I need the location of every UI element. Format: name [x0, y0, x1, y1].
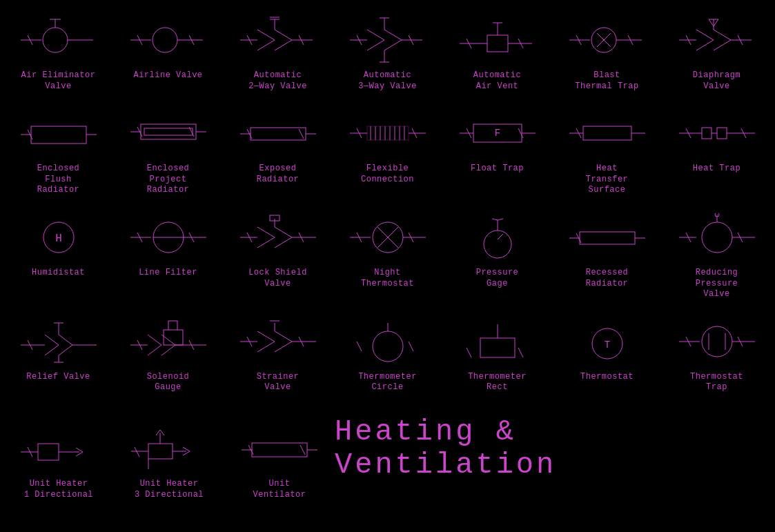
- svg-line-174: [275, 342, 292, 352]
- svg-line-208: [156, 430, 160, 435]
- title-area: Heating & Ventilation: [335, 415, 772, 482]
- symbol-thermostat: T Thermostat: [552, 308, 662, 402]
- svg-rect-184: [480, 338, 515, 357]
- symbol-automatic-3way-valve: Automatic3—Way Valve: [333, 7, 442, 100]
- symbol-grid: Air Eliminator Valve Airline Valve: [0, 0, 775, 408]
- svg-line-72: [299, 129, 304, 139]
- symbol-automatic-air-vent: AutomaticAir Vent: [442, 7, 552, 100]
- symbol-flexible-connection: FlexibleConnection: [333, 100, 442, 204]
- symbol-enclosed-project-radiator: EnclosedProjectRadiator: [113, 100, 223, 204]
- symbol-strainer-valve: StrainerValve: [223, 308, 333, 402]
- svg-line-149: [45, 345, 59, 355]
- svg-line-24: [367, 40, 384, 50]
- svg-line-50: [696, 40, 714, 50]
- symbol-thermometer-circle: ThermometerCircle: [333, 308, 442, 402]
- svg-point-191: [702, 326, 732, 357]
- svg-point-141: [702, 222, 732, 253]
- svg-line-12: [257, 30, 275, 40]
- svg-point-130: [484, 230, 511, 258]
- symbol-relief-valve: Relief Valve: [3, 308, 113, 402]
- svg-line-183: [409, 342, 413, 351]
- symbol-float-trap: F Float Trap: [442, 100, 552, 204]
- symbol-recessed-radiator: RecessedRadiator: [552, 204, 662, 308]
- symbol-reducing-pressure-valve: ReducingPressureValve: [662, 204, 772, 308]
- svg-rect-213: [252, 443, 307, 457]
- symbol-line-filter: Line Filter: [113, 204, 223, 308]
- symbol-unit-heater-1: Unit Heater1 Directional: [3, 415, 114, 509]
- symbol-blast-thermal-trap: BlastThermal Trap: [552, 7, 662, 100]
- svg-text:T: T: [604, 339, 609, 351]
- svg-point-180: [373, 331, 403, 362]
- symbol-solenoid-gauge: SolenoidGauge: [113, 308, 223, 402]
- svg-line-135: [498, 234, 503, 239]
- svg-text:H: H: [55, 233, 62, 245]
- svg-line-209: [160, 430, 164, 435]
- svg-line-117: [275, 237, 292, 248]
- symbol-thermostat-trap: ThermostatTrap: [662, 308, 772, 402]
- symbol-diaphragm-valve: DiaphragmValve: [662, 7, 772, 100]
- svg-line-171: [257, 331, 275, 342]
- svg-point-7: [153, 28, 177, 52]
- svg-line-217: [300, 445, 305, 455]
- svg-rect-203: [148, 444, 173, 459]
- svg-line-205: [183, 447, 190, 451]
- svg-line-13: [257, 40, 275, 50]
- svg-line-133: [492, 219, 498, 220]
- svg-line-148: [45, 335, 59, 345]
- svg-line-25: [384, 30, 402, 40]
- symbol-exposed-radiator: ExposedRadiator: [223, 100, 333, 204]
- svg-line-151: [59, 345, 72, 355]
- svg-text:F: F: [494, 128, 500, 139]
- svg-line-162: [161, 345, 175, 355]
- svg-line-211: [135, 447, 139, 457]
- svg-rect-197: [38, 444, 59, 460]
- symbol-thermometer-rect: ThermometerRect: [442, 308, 552, 402]
- svg-line-160: [148, 345, 161, 355]
- svg-rect-68: [251, 128, 306, 140]
- svg-rect-74: [367, 126, 409, 140]
- bottom-grid: Unit Heater1 Directional Unit Hea: [3, 415, 335, 509]
- symbol-humidistat: H Humidistat: [3, 204, 113, 308]
- svg-line-173: [275, 331, 292, 342]
- symbol-lock-shield-valve: Lock ShieldValve: [223, 204, 333, 308]
- svg-line-26: [384, 40, 402, 50]
- svg-line-49: [696, 30, 714, 40]
- svg-line-15: [275, 40, 292, 50]
- svg-line-51: [714, 30, 731, 40]
- svg-rect-93: [583, 126, 631, 140]
- svg-line-114: [257, 227, 275, 237]
- svg-line-14: [275, 30, 292, 40]
- symbol-pressure-gage: PressureGage: [442, 204, 552, 308]
- symbol-air-eliminator-valve: Air Eliminator Valve: [3, 7, 113, 100]
- svg-line-115: [257, 237, 275, 248]
- svg-point-1: [43, 28, 68, 52]
- svg-line-200: [76, 452, 83, 456]
- svg-line-23: [367, 30, 384, 40]
- symbol-unit-ventilator: UnitVentilator: [224, 415, 335, 509]
- symbol-automatic-2way-valve: Automatic2—Way Valve: [223, 7, 333, 100]
- symbol-night-thermostat: NightThermostat: [333, 204, 442, 308]
- svg-rect-36: [487, 35, 508, 52]
- svg-rect-164: [164, 330, 183, 345]
- svg-rect-58: [31, 126, 86, 144]
- svg-line-206: [183, 451, 190, 455]
- svg-line-199: [76, 448, 83, 452]
- svg-rect-62: [141, 124, 196, 139]
- symbol-airline-valve: Airline Valve: [113, 7, 223, 100]
- symbol-unit-heater-3: Unit Heater3 Directional: [114, 415, 224, 509]
- svg-line-159: [148, 335, 161, 345]
- svg-rect-98: [717, 128, 727, 139]
- svg-rect-97: [702, 128, 712, 139]
- symbol-heat-transfer-surface: HeatTransferSurface: [552, 100, 662, 204]
- svg-line-172: [257, 342, 275, 352]
- svg-line-52: [714, 40, 731, 50]
- svg-rect-136: [580, 232, 635, 244]
- bottom-section: Unit Heater1 Directional Unit Hea: [0, 408, 775, 509]
- svg-rect-63: [144, 128, 193, 135]
- svg-line-116: [275, 227, 292, 237]
- symbol-heat-trap: Heat Trap: [662, 100, 772, 204]
- symbol-enclosed-flush-radiator: EnclosedFlushRadiator: [3, 100, 113, 204]
- svg-line-134: [498, 219, 503, 220]
- main-title: Heating & Ventilation: [335, 415, 758, 482]
- svg-line-186: [467, 348, 471, 357]
